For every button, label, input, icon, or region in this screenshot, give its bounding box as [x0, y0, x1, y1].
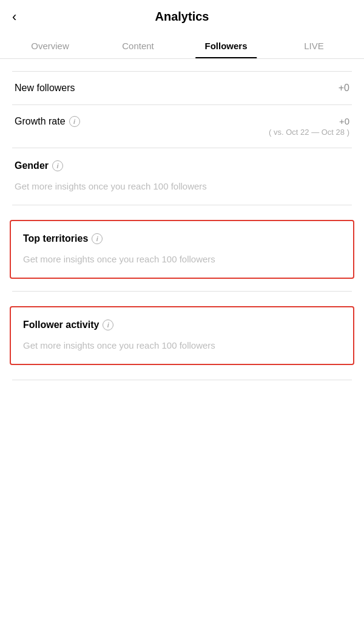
- new-followers-row: New followers +0: [0, 72, 364, 104]
- divider-5: [12, 380, 352, 380]
- growth-rate-info-icon[interactable]: i: [69, 116, 80, 127]
- growth-rate-label: Growth rate: [15, 116, 66, 127]
- header: ‹ Analytics: [0, 0, 364, 33]
- tab-overview[interactable]: Overview: [6, 33, 94, 58]
- new-followers-label: New followers: [15, 83, 75, 94]
- tab-followers[interactable]: Followers: [182, 33, 270, 58]
- top-territories-title-row: Top territories i: [23, 233, 341, 244]
- top-territories-info-icon[interactable]: i: [92, 233, 103, 244]
- follower-activity-info-icon[interactable]: i: [103, 320, 113, 330]
- gender-info-icon[interactable]: i: [52, 160, 63, 171]
- gender-title: Gender: [15, 160, 49, 171]
- tab-live[interactable]: LIVE: [270, 33, 358, 58]
- growth-rate-label-row: Growth rate i: [15, 116, 80, 127]
- back-button[interactable]: ‹: [12, 9, 16, 25]
- new-followers-value: +0: [339, 83, 349, 94]
- top-territories-title: Top territories: [23, 233, 88, 244]
- growth-rate-value: +0: [269, 116, 349, 126]
- growth-rate-row: Growth rate i +0 ( vs. Oct 22 — Oct 28 ): [0, 105, 364, 148]
- page-title: Analytics: [155, 10, 209, 24]
- follower-activity-insight: Get more insights once you reach 100 fol…: [23, 339, 341, 352]
- gender-title-row: Gender i: [15, 160, 349, 171]
- tab-content[interactable]: Content: [94, 33, 182, 58]
- follower-activity-card: Follower activity i Get more insights on…: [10, 306, 354, 365]
- gender-section: Gender i Get more insights once you reac…: [0, 148, 364, 205]
- growth-rate-values: +0 ( vs. Oct 22 — Oct 28 ): [269, 116, 349, 137]
- top-territories-card: Top territories i Get more insights once…: [10, 220, 354, 279]
- gender-insight: Get more insights once you reach 100 fol…: [15, 180, 349, 193]
- top-territories-insight: Get more insights once you reach 100 fol…: [23, 253, 341, 265]
- growth-rate-sub: ( vs. Oct 22 — Oct 28 ): [269, 128, 349, 137]
- follower-activity-title: Follower activity: [23, 320, 99, 330]
- tab-bar: Overview Content Followers LIVE: [0, 33, 364, 59]
- follower-activity-title-row: Follower activity i: [23, 320, 341, 330]
